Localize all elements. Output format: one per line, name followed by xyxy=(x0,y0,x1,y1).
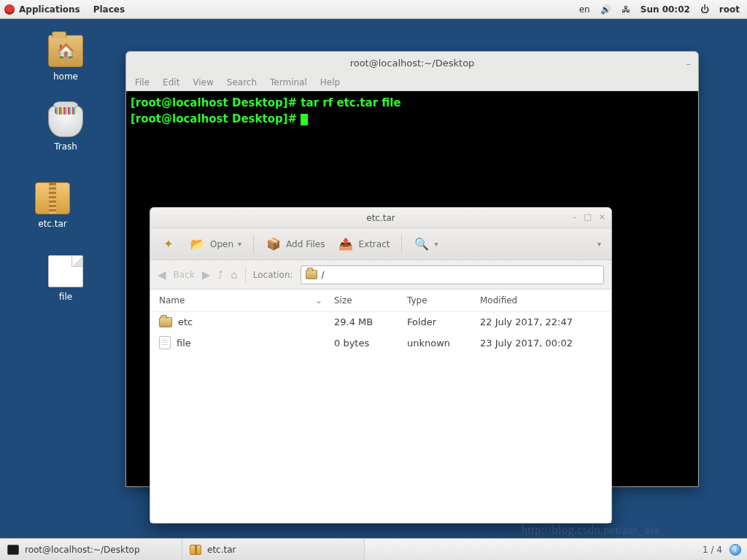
location-field[interactable]: / xyxy=(301,265,604,284)
row-name: etc xyxy=(178,316,193,327)
list-item[interactable]: etc 29.4 MB Folder 22 July 2017, 22:47 xyxy=(150,312,611,332)
desktop-icon-archive[interactable]: etc.tar xyxy=(23,182,82,229)
location-label: Location: xyxy=(253,270,293,280)
bottom-panel: root@localhost:~/Desktop etc.tar 1 / 4 i xyxy=(0,538,747,560)
archive-file-list: Name ⌄ Size Type Modified etc 29.4 MB Fo… xyxy=(150,289,611,523)
trash-icon xyxy=(48,105,83,137)
row-type: Folder xyxy=(407,316,480,327)
archive-title: etc.tar xyxy=(366,213,395,223)
file-icon xyxy=(48,255,83,287)
taskbar-item-terminal[interactable]: root@localhost:~/Desktop xyxy=(0,539,182,560)
desktop-icon-trash[interactable]: Trash xyxy=(36,105,95,152)
row-modified: 23 July 2017, 00:02 xyxy=(480,338,603,349)
folder-icon xyxy=(306,270,317,279)
applications-menu[interactable]: Applications xyxy=(4,4,80,15)
desktop-icon-home[interactable]: home xyxy=(36,35,95,82)
info-icon[interactable]: i xyxy=(729,544,741,556)
places-menu[interactable]: Places xyxy=(93,4,125,15)
row-type: unknown xyxy=(407,338,480,349)
desktop-icon-label: etc.tar xyxy=(23,219,82,229)
toolbar-separator xyxy=(245,267,246,283)
open-folder-icon: 📂 xyxy=(190,236,206,252)
archive-titlebar[interactable]: etc.tar – □ × xyxy=(150,208,611,228)
desktop-icon-file[interactable]: file xyxy=(36,255,95,302)
menu-terminal[interactable]: Terminal xyxy=(270,77,307,88)
extract-button[interactable]: 📤 Extract xyxy=(333,233,394,255)
column-name[interactable]: Name ⌄ xyxy=(159,295,334,306)
archive-navbar: ◀ Back ▶ ⤴ ⌂ Location: / xyxy=(150,260,611,289)
volume-icon[interactable]: 🔊 xyxy=(600,4,611,15)
extract-label: Extract xyxy=(358,239,390,249)
distro-icon xyxy=(4,4,15,15)
open-button[interactable]: 📂 Open ▾ xyxy=(185,233,246,255)
terminal-prompt: [root@localhost Desktop]# xyxy=(131,96,297,109)
column-name-label: Name xyxy=(159,295,185,306)
new-icon: ✦ xyxy=(160,236,177,252)
row-name: file xyxy=(177,338,191,349)
terminal-titlebar[interactable]: root@localhost:~/Desktop – xyxy=(126,52,698,74)
sort-chevron-icon: ⌄ xyxy=(315,295,322,306)
file-list-header: Name ⌄ Size Type Modified xyxy=(150,289,611,312)
chevron-down-icon: ▾ xyxy=(238,240,241,248)
minimize-icon[interactable]: – xyxy=(686,58,691,69)
up-icon[interactable]: ⤴ xyxy=(217,268,223,281)
home-icon[interactable]: ⌂ xyxy=(231,268,238,281)
list-item[interactable]: file 0 bytes unknown 23 July 2017, 00:02 xyxy=(150,332,611,354)
menu-view[interactable]: View xyxy=(193,77,213,88)
add-files-icon: 📦 xyxy=(266,236,282,252)
back-label: Back xyxy=(174,270,195,280)
keyboard-lang[interactable]: en xyxy=(579,4,590,15)
taskbar-item-label: etc.tar xyxy=(207,545,236,555)
terminal-icon xyxy=(7,545,19,555)
menu-help[interactable]: Help xyxy=(320,77,340,88)
row-modified: 22 July 2017, 22:47 xyxy=(480,316,603,327)
desktop-icon-label: file xyxy=(36,292,95,302)
column-size[interactable]: Size xyxy=(334,295,407,306)
desktop-icon-label: Trash xyxy=(36,141,95,152)
extract-icon: 📤 xyxy=(338,236,354,252)
row-size: 29.4 MB xyxy=(334,316,407,327)
terminal-menubar: File Edit View Search Terminal Help xyxy=(126,74,698,91)
power-icon[interactable]: ⏻ xyxy=(700,4,709,15)
menu-file[interactable]: File xyxy=(135,77,150,88)
back-icon[interactable]: ◀ xyxy=(158,268,166,281)
file-icon xyxy=(159,336,171,349)
taskbar-item-label: root@localhost:~/Desktop xyxy=(25,545,140,555)
applications-label: Applications xyxy=(19,4,80,15)
menu-search[interactable]: Search xyxy=(227,77,257,88)
chevron-down-icon: ▾ xyxy=(434,240,438,248)
desktop-icon-label: home xyxy=(36,71,95,82)
folder-icon xyxy=(159,317,172,327)
add-files-label: Add Files xyxy=(286,239,325,249)
column-modified[interactable]: Modified xyxy=(480,295,603,306)
close-icon[interactable]: × xyxy=(599,212,605,222)
user-menu[interactable]: root xyxy=(719,4,740,15)
toolbar-separator xyxy=(253,235,254,254)
chevron-down-icon: ▾ xyxy=(597,240,601,248)
terminal-command: tar rf etc.tar file xyxy=(301,96,400,109)
minimize-icon[interactable]: – xyxy=(573,212,577,222)
archive-icon xyxy=(190,545,201,555)
menu-edit[interactable]: Edit xyxy=(163,77,179,88)
taskbar-item-archive[interactable]: etc.tar xyxy=(182,539,365,560)
network-icon[interactable]: 🖧 xyxy=(622,4,630,15)
places-label: Places xyxy=(93,4,125,15)
terminal-line: [root@localhost Desktop]# xyxy=(131,112,694,128)
terminal-line: [root@localhost Desktop]# tar rf etc.tar… xyxy=(131,96,694,112)
column-type[interactable]: Type xyxy=(407,295,480,306)
forward-icon[interactable]: ▶ xyxy=(202,268,211,281)
add-files-button[interactable]: 📦 Add Files xyxy=(261,233,329,255)
toolbar-separator xyxy=(401,235,402,254)
maximize-icon[interactable]: □ xyxy=(584,212,591,222)
row-size: 0 bytes xyxy=(334,338,407,349)
clock[interactable]: Sun 00:02 xyxy=(640,4,690,15)
workspace-indicator[interactable]: 1 / 4 xyxy=(703,545,722,555)
menu-button[interactable]: ▾ xyxy=(593,237,605,251)
location-value: / xyxy=(322,270,325,280)
terminal-prompt: [root@localhost Desktop]# xyxy=(131,112,297,125)
new-button[interactable]: ✦ xyxy=(156,233,181,255)
watermark: http://blog.csdn.net/ass_ass xyxy=(522,524,659,537)
home-folder-icon xyxy=(48,35,83,67)
terminal-cursor xyxy=(301,114,308,125)
search-button[interactable]: 🔍▾ xyxy=(409,233,442,255)
